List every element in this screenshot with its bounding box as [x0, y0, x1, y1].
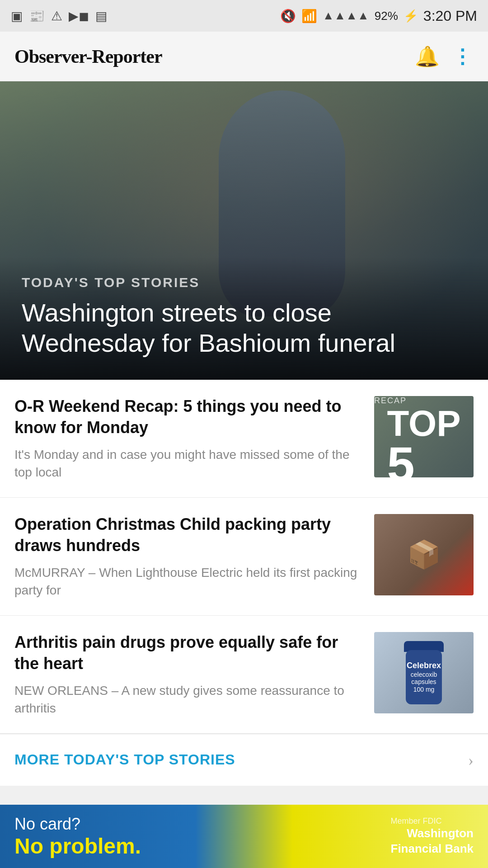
news-item-thumbnail: Celebrex celecoxib capsules 100 mg — [374, 632, 474, 713]
status-icons-left: ▣ 📰 ⚠ ▶◼ ▤ — [11, 9, 107, 24]
pill-dosage: 100 mg — [413, 686, 435, 693]
hero-section-label: TODAY'S TOP STORIES — [22, 275, 466, 290]
list-item[interactable]: Operation Christmas Child packing party … — [0, 498, 488, 616]
more-top-stories-button[interactable]: MORE TODAY'S TOP STORIES › — [0, 734, 488, 786]
status-bar: ▣ 📰 ⚠ ▶◼ ▤ 🔇 📶 ▲▲▲▲ 92% ⚡ 3:20 PM — [0, 0, 488, 32]
pill-bottle-body: Celebrex celecoxib capsules 100 mg — [406, 650, 442, 704]
ad-bank-info: Member FDIC WashingtonFinancial Bank — [391, 816, 474, 857]
news-item-summary: NEW ORLEANS – A new study gives some rea… — [14, 682, 363, 717]
alert-icon: ⚠ — [51, 9, 62, 24]
newspaper-icon: 📰 — [29, 9, 45, 24]
clock: 3:20 PM — [423, 8, 477, 24]
battery-charging-icon: ⚡ — [404, 9, 418, 23]
ad-line1: No card? — [14, 815, 391, 834]
app-bar: Observer-Reporter 🔔 ⋮ — [0, 32, 488, 81]
sim2-icon: ▤ — [95, 9, 107, 24]
news-item-title: Operation Christmas Child packing party … — [14, 514, 363, 557]
ad-line2: No problem. — [14, 834, 391, 859]
news-item-text: Arthritis pain drugs prove equally safe … — [14, 632, 363, 717]
ad-text: No card? No problem. — [14, 815, 391, 859]
ad-bank-name: WashingtonFinancial Bank — [391, 826, 474, 857]
voicemail-icon: ▶◼ — [69, 9, 89, 24]
wifi-icon: 📶 — [301, 9, 317, 24]
list-item[interactable]: O-R Weekend Recap: 5 things you need to … — [0, 380, 488, 498]
signal-icon: ▲▲▲▲ — [323, 9, 369, 23]
mute-icon: 🔇 — [280, 9, 296, 24]
advertisement-banner[interactable]: No card? No problem. Member FDIC Washing… — [0, 805, 488, 868]
news-item-thumbnail — [374, 514, 474, 595]
hero-title: Washington streets to close Wednesday fo… — [22, 297, 466, 358]
battery-level: 92% — [375, 9, 398, 23]
pill-type: celecoxib capsules — [409, 671, 438, 686]
status-icons-right: 🔇 📶 ▲▲▲▲ 92% ⚡ 3:20 PM — [280, 8, 477, 24]
hero-story[interactable]: TODAY'S TOP STORIES Washington streets t… — [0, 81, 488, 380]
app-bar-actions: 🔔 ⋮ — [415, 45, 474, 68]
more-section-label: MORE TODAY'S TOP STORIES — [14, 751, 235, 768]
ad-fdic-label: Member FDIC — [391, 816, 474, 826]
news-list: O-R Weekend Recap: 5 things you need to … — [0, 380, 488, 734]
hero-overlay: TODAY'S TOP STORIES Washington streets t… — [0, 257, 488, 380]
top5-number: TOP5 — [387, 406, 460, 478]
sim-icon: ▣ — [11, 9, 23, 24]
chevron-right-icon: › — [468, 750, 474, 769]
notification-bell-icon[interactable]: 🔔 — [415, 45, 440, 68]
more-options-icon[interactable]: ⋮ — [452, 45, 474, 68]
news-item-text: O-R Weekend Recap: 5 things you need to … — [14, 396, 363, 481]
news-item-thumbnail: O-R WEEKEND RECAP TOP5 — [374, 396, 474, 477]
app-logo[interactable]: Observer-Reporter — [14, 46, 162, 67]
news-item-title: Arthritis pain drugs prove equally safe … — [14, 632, 363, 675]
news-item-title: O-R Weekend Recap: 5 things you need to … — [14, 396, 363, 439]
news-item-summary: McMURRAY – When Lighthouse Electric held… — [14, 564, 363, 599]
news-item-summary: It's Monday and in case you might have m… — [14, 446, 363, 481]
news-item-text: Operation Christmas Child packing party … — [14, 514, 363, 599]
pill-brand-name: Celebrex — [407, 661, 441, 671]
list-item[interactable]: Arthritis pain drugs prove equally safe … — [0, 616, 488, 734]
